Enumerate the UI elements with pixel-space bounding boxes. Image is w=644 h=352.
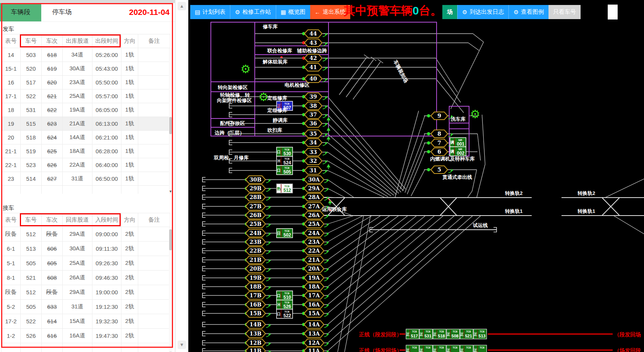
- track-badge-26B[interactable]: 26B: [246, 211, 265, 219]
- table-row[interactable]: 段备512段备29A道09:00:002轨: [2, 227, 170, 242]
- track-badge-42[interactable]: 42: [304, 54, 322, 62]
- mainline-train-badge-531[interactable]: 正TC6531: [419, 329, 433, 339]
- tab-depot[interactable]: 车辆段: [0, 3, 41, 21]
- track-badge-13A[interactable]: 13A: [304, 330, 324, 337]
- track-badge-17A[interactable]: 17A: [304, 292, 324, 299]
- table-row[interactable]: 6-151360630A道09:11:302轨: [2, 242, 170, 256]
- table-row[interactable]: 2051862414A道06:21:001轨: [2, 131, 170, 144]
- track-badge-36[interactable]: 36: [304, 120, 322, 127]
- track-badge-37[interactable]: 37: [304, 111, 322, 118]
- track-badge-11A[interactable]: 11A: [304, 347, 324, 352]
- mainline-train-badge-2[interactable]: 正TC6: [433, 345, 446, 352]
- table-row[interactable]: 5-250563331道19:12:302轨: [2, 300, 170, 314]
- track-badge-34[interactable]: 34: [304, 139, 322, 146]
- depart-scrollbar[interactable]: ▼: [169, 48, 172, 193]
- mainline-train-badge-521[interactable]: 正TC6521: [460, 329, 473, 339]
- track-badge-12A[interactable]: 12A: [304, 339, 324, 347]
- track-badge-20A[interactable]: 20A: [304, 265, 324, 273]
- track-badge-29A[interactable]: 29A: [304, 185, 324, 192]
- track-badge-22B[interactable]: 22B: [246, 247, 265, 255]
- mainline-train-badge-5[interactable]: 正TC6: [474, 345, 487, 352]
- track-badge-20B[interactable]: 20B: [246, 265, 265, 273]
- track-badge-39[interactable]: 39: [304, 93, 322, 101]
- track-badge-30A[interactable]: 30A: [304, 176, 324, 183]
- train-badge-510[interactable]: 口TC6510: [277, 291, 293, 300]
- track-badge-23B[interactable]: 23B: [246, 238, 265, 246]
- scroll-up-icon[interactable]: ▲: [178, 2, 186, 10]
- table-row[interactable]: [2, 186, 170, 194]
- scroll-down-icon[interactable]: ▼: [169, 190, 172, 193]
- track-badge-27B[interactable]: 27B: [246, 203, 265, 210]
- arrive-scroll-thumb[interactable]: [169, 229, 172, 250]
- track-badge-9[interactable]: 9: [431, 112, 448, 120]
- table-row[interactable]: 17-252261415A道19:32:302轨: [2, 314, 170, 329]
- train-badge-001[interactable]: 调NR001: [450, 138, 466, 147]
- mainline-train-badge-517[interactable]: 正TC6517: [406, 329, 419, 339]
- track-badge-25B[interactable]: 25B: [246, 220, 265, 228]
- track-badge-16B[interactable]: 16B: [246, 301, 265, 308]
- track-badge-15A[interactable]: 15A: [304, 310, 324, 317]
- train-badge-530[interactable]: 口TC6530: [277, 147, 293, 156]
- track-badge-21B[interactable]: 21B: [246, 256, 265, 264]
- maintenance-workstation-button[interactable]: ⚙ 检修工作站: [230, 5, 275, 19]
- mainline-train-badge-518[interactable]: 正TC6518: [433, 329, 446, 339]
- track-badge-18A[interactable]: 18A: [304, 283, 324, 290]
- track-badge-33[interactable]: 33: [304, 148, 322, 156]
- table-row[interactable]: 21-151962518A道06:28:001轨: [2, 144, 170, 158]
- overview-map-button[interactable]: ▦ 概览图: [276, 5, 310, 19]
- train-badge-505[interactable]: 口TC6505: [277, 165, 293, 175]
- train-badge-002[interactable]: 调NR002: [450, 147, 466, 156]
- track-badge-7[interactable]: 7: [431, 139, 448, 147]
- track-badge-19B[interactable]: 19B: [246, 274, 265, 282]
- track-badge-25A[interactable]: 25A: [304, 220, 324, 228]
- table-row[interactable]: 8-152160826A道09:46:302轨: [2, 271, 170, 285]
- table-row[interactable]: 5-150560525A道09:26:302轨: [2, 256, 170, 271]
- yard-button[interactable]: 场: [442, 5, 457, 19]
- arrival-departure-log-button[interactable]: ⚙ 到达出发日志: [457, 5, 508, 19]
- track-badge-21A[interactable]: 21A: [304, 256, 324, 264]
- track-badge-12B[interactable]: 12B: [246, 339, 265, 347]
- track-badge-30B[interactable]: 30B: [246, 176, 265, 183]
- mainline-train-badge-0[interactable]: 正TC6: [406, 345, 419, 352]
- table-row[interactable]: 段备512段备29A道19:00:002轨: [2, 285, 170, 300]
- track-badge-13B[interactable]: 13B: [246, 330, 265, 337]
- tab-parking-lot[interactable]: 停车场: [41, 3, 83, 21]
- table-row[interactable]: 1853162219A道06:05:001轨: [2, 103, 170, 117]
- track-badge-29B[interactable]: 29B: [246, 185, 265, 192]
- track-badge-11B[interactable]: 11B: [246, 347, 265, 352]
- track-badge-6[interactable]: 6: [431, 148, 448, 156]
- scroll-down-icon[interactable]: ▼: [178, 341, 186, 349]
- track-badge-22A[interactable]: 22A: [304, 247, 324, 255]
- track-badge-40[interactable]: 40: [304, 75, 322, 83]
- track-badge-38[interactable]: 38: [304, 102, 322, 110]
- depart-scroll-thumb[interactable]: [169, 117, 172, 134]
- mainline-train-badge-508[interactable]: 正TC6508: [447, 329, 460, 339]
- track-badge-5[interactable]: 5: [431, 166, 448, 174]
- plan-list-button[interactable]: ▤ 计划列表: [190, 5, 230, 19]
- table-row[interactable]: 1951562321A道06:13:001轨: [2, 117, 170, 131]
- track-badge-32[interactable]: 32: [304, 157, 322, 165]
- track-badge-15B[interactable]: 15B: [246, 310, 265, 317]
- track-badge-26A[interactable]: 26A: [304, 211, 324, 219]
- track-badge-31[interactable]: 31: [304, 167, 322, 174]
- track-badge-24B[interactable]: 24B: [246, 229, 265, 237]
- track-badge-35[interactable]: 35: [304, 130, 322, 138]
- table-row[interactable]: 15-152061930A道05:43:001轨: [2, 62, 170, 76]
- track-badge-28B[interactable]: 28B: [246, 193, 265, 201]
- train-badge-502[interactable]: 日TC6502: [277, 229, 293, 238]
- train-badge-512[interactable]: 热TC6512: [277, 184, 293, 193]
- table-row[interactable]: 2351462731道06:50:001轨: [2, 172, 170, 186]
- table-row[interactable]: [2, 343, 170, 352]
- track-badge-27A[interactable]: 27A: [304, 203, 324, 210]
- track-badge-16A[interactable]: 16A: [304, 301, 324, 308]
- train-badge-524[interactable]: HTC6524: [277, 156, 293, 165]
- track-badge-44[interactable]: 44: [304, 30, 322, 37]
- arrive-scrollbar[interactable]: ▼: [169, 227, 172, 352]
- track-badge-23A[interactable]: 23A: [304, 238, 324, 246]
- mainline-train-badge-1[interactable]: 正TC6: [419, 345, 433, 352]
- track-badge-41[interactable]: 41: [304, 63, 322, 71]
- train-badge-526[interactable]: HTC6526: [277, 300, 293, 309]
- mainline-train-badge-4[interactable]: 正TC6: [460, 345, 473, 352]
- track-badge-19A[interactable]: 19A: [304, 274, 324, 282]
- only-car-number-button[interactable]: 只看车号: [549, 5, 581, 19]
